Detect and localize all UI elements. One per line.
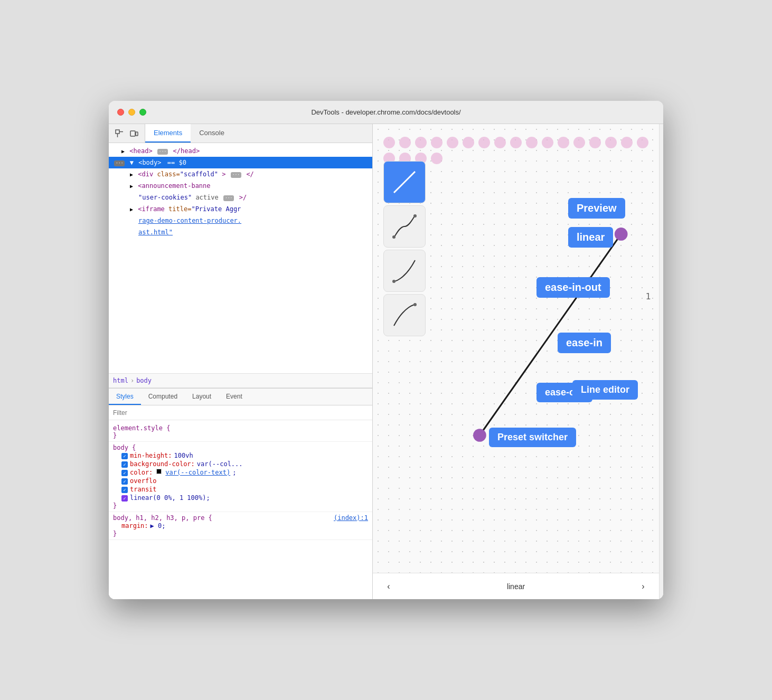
pink-dot [463,137,474,148]
device-icon[interactable] [128,127,140,140]
html-line-announcement[interactable]: ▶ <announcement-banne [109,180,372,192]
traffic-lights [117,109,146,116]
html-line-cookies[interactable]: "user-cookies" active ··· >/ [109,192,372,203]
prop-min-height: min-height: 100vh [113,451,368,460]
right-panel: 1 Preview linear ease-in-out ease-in [373,124,659,599]
styles-content: element.style { } body { min-height: 100… [109,420,372,599]
svg-rect-0 [116,130,119,134]
maximize-button[interactable] [139,109,146,116]
tab-layout[interactable]: Layout [185,389,219,405]
filter-bar [109,405,372,420]
html-line-iframe[interactable]: ▶ <iframe title="Private Aggr [109,203,372,215]
prop-transition: transit [113,485,368,494]
tab-elements[interactable]: Elements [145,124,191,143]
titlebar: DevTools - developer.chrome.com/docs/dev… [109,101,663,124]
callout-ease-in: ease-in [558,333,611,353]
breadcrumb-html[interactable]: html [113,377,128,384]
close-button[interactable] [117,109,124,116]
pink-dot [478,137,490,148]
prop-margin: margin: ▶ 0; [113,522,368,530]
elements-panel[interactable]: ▶ <head> ··· </head> ··· ▼ <body> == $0 … [109,143,372,373]
tab-styles[interactable]: Styles [109,389,141,405]
prop-bg-color: background-color: var(--col... [113,460,368,468]
color-swatch[interactable] [156,469,162,474]
html-line-ast[interactable]: ast.html" [109,226,372,238]
devtools-body: Elements Console ▶ <head> ··· </head> ··… [109,124,663,599]
svg-point-9 [413,303,417,306]
prev-button[interactable]: ‹ [381,579,396,594]
pink-dot [431,137,443,148]
presets-column [383,161,426,336]
minimize-button[interactable] [128,109,135,116]
prop-overflow: overflo [113,477,368,485]
pink-dot [558,137,569,148]
source-link[interactable]: (index):1 [334,514,368,522]
filter-input[interactable] [113,409,368,417]
devtools-window: DevTools - developer.chrome.com/docs/dev… [109,101,663,599]
prop-checkbox[interactable] [121,453,128,459]
preset-ease-in[interactable] [383,250,426,292]
pink-dot [494,137,506,148]
preset-ease-in-out[interactable] [383,205,426,248]
callout-preset-switcher: Preset switcher [489,428,576,447]
preview-area: 1 Preview linear ease-in-out ease-in [373,124,659,573]
styles-panel: Styles Computed Layout Event [109,388,372,599]
callout-line-editor: Line editor [572,380,638,400]
tab-computed[interactable]: Computed [141,389,185,405]
breadcrumb-body[interactable]: body [136,377,152,384]
tab-event[interactable]: Event [219,389,250,405]
html-line-div[interactable]: ▶ <div class="scaffold" > ··· </ [109,168,372,180]
prop-checkbox[interactable] [121,487,128,493]
svg-rect-3 [130,131,135,136]
pink-dot [637,137,648,148]
editor-footer: ‹ linear › [373,573,659,599]
html-line-body[interactable]: ··· ▼ <body> == $0 [109,157,372,168]
tab-console[interactable]: Console [191,124,233,143]
scrollbar[interactable] [659,124,663,599]
handle-end[interactable] [615,228,628,241]
pink-dot [510,137,522,148]
pink-dot [589,137,601,148]
breadcrumb: html › body [109,373,372,388]
left-panel: Elements Console ▶ <head> ··· </head> ··… [109,124,373,599]
svg-line-5 [394,172,415,193]
prop-checkbox[interactable] [121,478,128,485]
pink-dot [415,137,427,148]
svg-point-6 [392,235,396,239]
callout-linear: linear [568,227,613,248]
rule-element-style: element.style { } [109,422,372,442]
handle-start[interactable] [473,429,486,442]
preset-linear[interactable] [383,161,426,203]
pink-dots-row [383,137,648,164]
prop-color: color: var(--color-text); [113,468,368,477]
pink-dot [383,137,395,148]
prop-checkbox-purple[interactable] [121,495,128,502]
pink-dot [621,137,633,148]
svg-rect-4 [136,132,138,136]
prop-checkbox[interactable] [121,461,128,468]
rule-body: body { min-height: 100vh background-colo… [109,442,372,512]
styles-tab-bar: Styles Computed Layout Event [109,389,372,405]
svg-point-7 [413,214,417,217]
pink-dot [605,137,617,148]
pink-dot [542,137,553,148]
line-editor-svg: 1 [436,161,654,546]
main-tab-bar: Elements Console [109,124,372,143]
callout-preview: Preview [568,198,625,219]
svg-text:1: 1 [646,291,651,301]
preset-ease-out[interactable] [383,294,426,336]
html-line-rage[interactable]: rage-demo-content-producer. [109,215,372,226]
pink-dot [573,137,585,148]
pink-dot [526,137,538,148]
svg-point-8 [392,280,396,283]
html-line[interactable]: ▶ <head> ··· </head> [109,145,372,157]
pink-dot [399,137,411,148]
rule-body-headings: body, h1, h2, h3, p, pre { (index):1 mar… [109,512,372,540]
preview-canvas: 1 Preview linear ease-in-out ease-in [373,124,659,573]
prop-checkbox[interactable] [121,470,128,476]
next-button[interactable]: › [636,579,651,594]
inspect-icon[interactable] [113,127,126,140]
pink-dot [447,137,458,148]
line-editor-area: 1 [436,161,654,546]
window-title: DevTools - developer.chrome.com/docs/dev… [311,108,460,116]
